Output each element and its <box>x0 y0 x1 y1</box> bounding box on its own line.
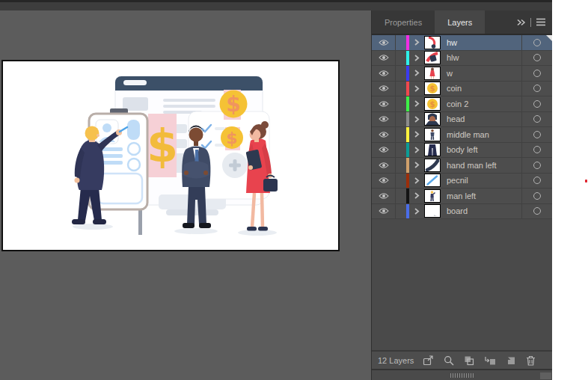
layer-row[interactable]: hw <box>372 35 552 51</box>
target-circle-icon[interactable] <box>533 85 541 92</box>
visibility-toggle[interactable] <box>372 204 396 219</box>
target-circle-icon[interactable] <box>533 207 541 215</box>
target-circle-icon[interactable] <box>533 162 541 169</box>
layer-name[interactable]: board <box>447 206 468 215</box>
visibility-toggle[interactable] <box>372 66 396 81</box>
expand-arrow[interactable] <box>409 51 424 66</box>
layer-name[interactable]: hand man left <box>447 161 497 170</box>
expand-arrow[interactable] <box>409 143 424 158</box>
visibility-toggle[interactable] <box>372 174 396 189</box>
lock-toggle[interactable] <box>396 66 406 81</box>
layer-thumbnail <box>424 189 441 203</box>
target-circle-icon[interactable] <box>533 131 541 138</box>
expand-arrow[interactable] <box>409 35 424 50</box>
layer-name[interactable]: man left <box>447 191 476 200</box>
layer-name[interactable]: pecnil <box>447 176 468 185</box>
visibility-toggle[interactable] <box>372 96 396 111</box>
layer-name[interactable]: middle man <box>447 130 489 139</box>
new-layer-icon[interactable] <box>506 355 516 366</box>
layer-row[interactable]: body left <box>372 143 552 159</box>
target-cell <box>521 112 552 127</box>
layer-row[interactable]: man left <box>372 189 552 204</box>
layer-name[interactable]: head <box>447 114 465 123</box>
eye-icon <box>379 70 389 77</box>
expand-arrow[interactable] <box>409 96 424 111</box>
panel-menu-icon[interactable] <box>536 18 546 26</box>
layer-name[interactable]: coin <box>447 84 462 93</box>
layer-row[interactable]: board <box>372 204 552 220</box>
lock-toggle[interactable] <box>396 143 406 158</box>
expand-arrow[interactable] <box>409 158 424 173</box>
tab-properties[interactable]: Properties <box>372 10 435 34</box>
expand-arrow[interactable] <box>409 189 424 203</box>
lock-toggle[interactable] <box>396 174 406 189</box>
visibility-toggle[interactable] <box>372 158 396 173</box>
layer-name[interactable]: coin 2 <box>447 99 468 108</box>
artboard[interactable]: $ <box>1 60 340 251</box>
layer-name[interactable]: w <box>447 69 453 78</box>
chevron-right-icon <box>414 39 420 46</box>
target-cell <box>521 82 552 96</box>
expand-arrow[interactable] <box>409 174 424 189</box>
delete-layer-icon[interactable] <box>526 355 536 366</box>
visibility-toggle[interactable] <box>372 112 396 127</box>
visibility-toggle[interactable] <box>372 189 396 203</box>
layer-row[interactable]: $coin <box>372 82 552 97</box>
business-presentation-illustration[interactable]: $ <box>3 61 338 250</box>
eye-icon <box>379 177 389 184</box>
visibility-toggle[interactable] <box>372 127 396 142</box>
layer-row[interactable]: middle man <box>372 127 552 143</box>
expand-arrow[interactable] <box>409 204 424 219</box>
collect-for-export-icon[interactable] <box>423 355 434 366</box>
layer-count: 12 Layers <box>372 356 414 365</box>
lock-toggle[interactable] <box>396 127 406 142</box>
lock-toggle[interactable] <box>396 112 406 127</box>
document-canvas[interactable]: $ <box>0 10 371 380</box>
lock-toggle[interactable] <box>396 189 406 203</box>
target-cell <box>521 66 552 81</box>
layer-thumbnail: $ <box>424 97 441 111</box>
target-circle-icon[interactable] <box>533 100 541 108</box>
panel-resize-grip[interactable] <box>450 373 474 378</box>
visibility-toggle[interactable] <box>372 143 396 158</box>
layer-thumbnail <box>424 143 441 156</box>
layer-thumbnail <box>424 174 441 187</box>
layer-row[interactable]: w <box>372 66 552 82</box>
locate-object-icon[interactable] <box>444 355 454 366</box>
eye-icon <box>379 39 389 46</box>
expand-arrow[interactable] <box>409 112 424 127</box>
layer-row[interactable]: pecnil <box>372 174 552 189</box>
visibility-toggle[interactable] <box>372 51 396 66</box>
expand-arrow[interactable] <box>409 82 424 96</box>
eye-icon <box>379 54 389 61</box>
visibility-toggle[interactable] <box>372 82 396 96</box>
double-chevron-expand-icon[interactable] <box>516 19 526 26</box>
lock-toggle[interactable] <box>396 158 406 173</box>
layer-name[interactable]: body left <box>447 145 478 154</box>
layer-row[interactable]: head <box>372 112 552 128</box>
layer-row[interactable]: hand man left <box>372 158 552 174</box>
lock-toggle[interactable] <box>396 82 406 96</box>
target-circle-icon[interactable] <box>533 70 541 77</box>
visibility-toggle[interactable] <box>372 35 396 50</box>
target-circle-icon[interactable] <box>533 115 541 123</box>
clipping-mask-icon[interactable] <box>464 355 474 366</box>
lock-toggle[interactable] <box>396 204 406 219</box>
layer-name[interactable]: hw <box>447 38 457 47</box>
target-circle-icon[interactable] <box>533 146 541 153</box>
new-sublayer-icon[interactable] <box>484 355 496 366</box>
layer-row[interactable]: $coin 2 <box>372 96 552 112</box>
expand-arrow[interactable] <box>409 127 424 142</box>
layer-name[interactable]: hlw <box>447 53 459 62</box>
lock-toggle[interactable] <box>396 51 406 66</box>
lock-toggle[interactable] <box>396 96 406 111</box>
target-circle-icon[interactable] <box>533 192 541 200</box>
panel-scroll-corner[interactable] <box>540 373 551 379</box>
expand-arrow[interactable] <box>409 66 424 81</box>
target-circle-icon[interactable] <box>533 177 541 184</box>
lock-toggle[interactable] <box>396 35 406 50</box>
layer-row[interactable]: hlw <box>372 51 552 67</box>
target-circle-icon[interactable] <box>533 39 541 46</box>
tab-layers[interactable]: Layers <box>435 10 485 34</box>
target-circle-icon[interactable] <box>533 54 541 61</box>
